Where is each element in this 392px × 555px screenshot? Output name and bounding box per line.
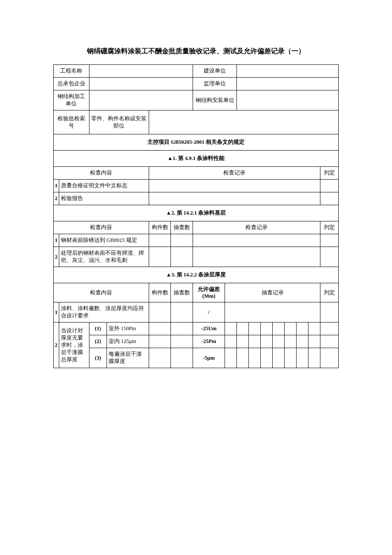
s3-sub3-component: [149, 348, 171, 368]
s3-sub3-no: (3): [89, 348, 107, 368]
s3-row-2-sub1: 2 当设计对厚度无要求时，涂层干漆膜总厚度 (1) 室外 150Pm -25Um: [54, 323, 339, 335]
s3-row1-record: [225, 302, 320, 323]
s3-sub2-rec4: [261, 335, 273, 348]
s1-label-check-content: 检查内容: [54, 167, 149, 180]
s3-label-component-count: 构件数: [149, 283, 171, 302]
label-part-name: 零件、构件名称或安装部位: [89, 110, 149, 134]
s3-sub3-dev: -5µm: [193, 348, 225, 368]
s3-label-allow-dev: 允许偏差(Mm): [193, 283, 225, 302]
s3-sub2-dev: -25Pm: [193, 335, 225, 348]
header-row-contractor: 总承包企业 监理单位: [54, 78, 339, 90]
section-main-control: 主控项目 GB50205-2001 相关条文的规定: [54, 134, 339, 151]
s3-sub3-rec1: [225, 348, 237, 368]
s3-header-row: 检查内容 构件数 抽查数 允许偏差(Mm) 抽查记录 判定: [54, 283, 339, 302]
header-row-steel-units: 钢结构加工单位 钢结构安装单位: [54, 90, 339, 110]
s1-row2-judge: [320, 192, 338, 205]
s3-sub3-rec2: [237, 348, 249, 368]
header-row-project: 工程名称 建设单位: [54, 65, 339, 78]
s2-row1-record: [193, 234, 320, 247]
s3-sub2-rec2: [237, 335, 249, 348]
s3-row1-content: 涂料、涂料遍数、涂层厚度均应符合设计要求: [59, 302, 149, 323]
label-batch-index: 检验批检索号: [54, 110, 89, 134]
s3-sub2-rec1: [225, 335, 237, 348]
s2-label-check-content: 检查内容: [54, 221, 149, 234]
s3-sub1-rec2: [237, 323, 249, 335]
s3-sub2-sample: [171, 335, 193, 348]
s3-row1-sample: [171, 302, 193, 323]
s3-row1-dev: /: [193, 302, 225, 323]
s2-header-row: 检查内容 构件数 抽查数 检查记录 判定: [54, 221, 339, 234]
s3-row-2-sub2: (2) 室内 125µm -25Pm: [54, 335, 339, 348]
s2-label-check-record: 检查记录: [193, 221, 320, 234]
s3-label-sample-count: 抽查数: [171, 283, 193, 302]
s1-header-row: 检查内容 检查记录 判定: [54, 167, 339, 180]
label-project-name: 工程名称: [54, 65, 89, 78]
s2-row1-content: 钢材表面除锈达到 GB8923 规定: [59, 234, 149, 247]
s3-sub3-sample: [171, 348, 193, 368]
s1-row2-no: 2: [54, 192, 59, 205]
s3-sub1-rec7: [296, 323, 308, 335]
s3-sub3-rec5: [273, 348, 285, 368]
s2-label-component-count: 构件数: [149, 221, 171, 234]
s2-row1-no: 1: [54, 234, 59, 247]
header-row-batch: 检验批检索号 零件、构件名称或安装部位: [54, 110, 339, 134]
section-3-title: ▲3. 第 14.2.2 条涂层厚度: [54, 267, 339, 283]
s3-sub3-rec7: [296, 348, 308, 368]
s2-row-1: 1 钢材表面除锈达到 GB8923 规定: [54, 234, 339, 247]
label-constructor: 建设单位: [193, 65, 236, 78]
s1-row1-judge: [320, 180, 338, 192]
s1-row1-content: 质量合格证明文件中文标志: [59, 180, 149, 192]
s3-sub2-rec7: [296, 335, 308, 348]
s2-row2-sample: [171, 247, 193, 267]
s3-sub1-no: (1): [89, 323, 107, 335]
s2-row1-judge: [320, 234, 338, 247]
s2-row2-judge: [320, 247, 338, 267]
section-2-title: ▲2. 第 14.2.1 条涂料基层: [54, 205, 339, 221]
s3-sub1-rec6: [284, 323, 296, 335]
label-steel-processor: 钢结构加工单位: [54, 90, 89, 110]
s3-row2-no: 2: [54, 323, 59, 368]
s2-label-sample-count: 抽查数: [171, 221, 193, 234]
value-general-contractor: [89, 78, 193, 90]
s2-row2-record: [193, 247, 320, 267]
s3-label-judge: 判定: [320, 283, 338, 302]
s3-row1-no: 1: [54, 302, 59, 323]
label-general-contractor: 总承包企业: [54, 78, 89, 90]
s2-label-judge: 判定: [320, 221, 338, 234]
s1-label-judge: 判定: [320, 167, 338, 180]
s3-sub2-no: (2): [89, 335, 107, 348]
s1-row-1: 1 质量合格证明文件中文标志: [54, 180, 339, 192]
s1-row1-record: [149, 180, 320, 192]
s3-sub1-rec5: [273, 323, 285, 335]
s3-sub1-dev: -25Um: [193, 323, 225, 335]
s3-sub2-rec3: [249, 335, 261, 348]
s3-sub1-component: [149, 323, 171, 335]
value-part-name: [149, 110, 338, 134]
s2-row1-component: [149, 234, 171, 247]
s3-row-1: 1 涂料、涂料遍数、涂层厚度均应符合设计要求 /: [54, 302, 339, 323]
section-1-title: ▲1. 第 4.9.1 条涂料性能: [54, 151, 339, 167]
value-project-name: [89, 65, 193, 78]
s3-sub2-rec6: [284, 335, 296, 348]
s3-sub1-rec4: [261, 323, 273, 335]
s3-sub2-judge: [320, 335, 338, 348]
s1-row2-content: 检验报告: [59, 192, 149, 205]
label-supervisor: 监理单位: [193, 78, 236, 90]
s3-sub3-rec4: [261, 348, 273, 368]
s3-sub3-rec8: [308, 348, 320, 368]
value-steel-installer: [237, 90, 339, 110]
s3-row2-group-label: 当设计对厚度无要求时，涂层干漆膜总厚度: [59, 323, 89, 368]
s2-row1-sample: [171, 234, 193, 247]
s3-sub3-judge: [320, 348, 338, 368]
s3-sub1-rec8: [308, 323, 320, 335]
page-title: 钢绢硼腐涂料涂装工不酬金批质量验收记录、测试及允许偏差记录（一）: [53, 47, 339, 56]
s3-sub1-judge: [320, 323, 338, 335]
s2-row2-content: 处理后的钢材表面不应有焊渣、焊疤、灰尘、油污、水和毛刺: [59, 247, 149, 267]
s3-sub3-rec6: [284, 348, 296, 368]
s3-sub2-component: [149, 335, 171, 348]
s3-row-2-sub3: (3) 每遍涂层干漆膜厚度 -5µm: [54, 348, 339, 368]
value-steel-processor: [89, 90, 193, 110]
s3-sub2-rec8: [308, 335, 320, 348]
s3-row1-judge: [320, 302, 338, 323]
s3-sub3-rec3: [249, 348, 261, 368]
